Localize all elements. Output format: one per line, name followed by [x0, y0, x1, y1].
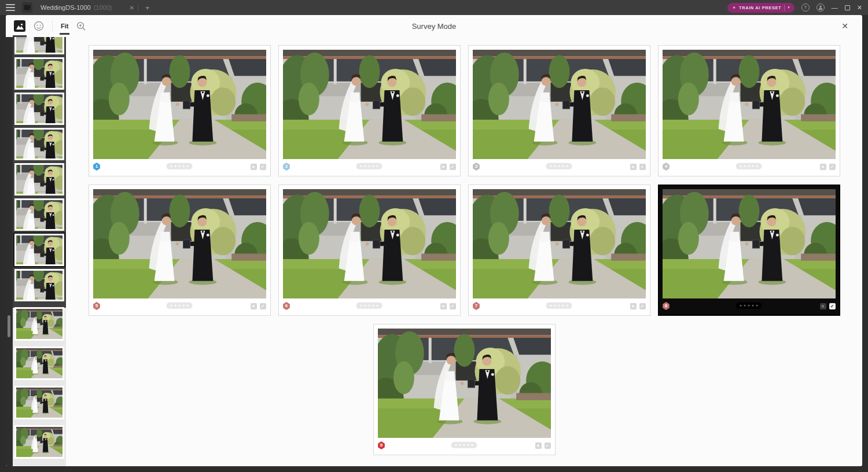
rating-dot[interactable] [740, 165, 742, 167]
rating-dot[interactable] [373, 305, 374, 307]
photo-card[interactable]: 9 ✕ ✓ [373, 324, 556, 455]
rating-dot[interactable] [179, 165, 181, 167]
photo-card[interactable]: 3 ✕ ✓ [468, 45, 650, 176]
rating-dots[interactable] [167, 303, 193, 309]
window-close-button[interactable]: ✕ [857, 0, 862, 15]
rating-dot[interactable] [550, 165, 552, 167]
filmstrip-thumbnail[interactable] [14, 386, 64, 419]
wedding-photo[interactable] [93, 50, 266, 159]
rating-dot[interactable] [558, 165, 560, 167]
filmstrip-thumbnail[interactable] [14, 163, 64, 196]
approve-icon[interactable]: ✓ [450, 164, 456, 170]
reject-icon[interactable]: ✕ [440, 164, 447, 170]
wedding-photo[interactable] [283, 189, 456, 298]
minimize-button[interactable]: — [832, 0, 838, 15]
photo-card[interactable]: 6 ✕ ✓ [278, 185, 461, 316]
approve-icon[interactable]: ✓ [639, 303, 646, 309]
rating-dot[interactable] [459, 444, 461, 446]
rating-dot[interactable] [361, 305, 362, 307]
filmstrip-thumbnail[interactable] [14, 198, 64, 231]
reject-icon[interactable]: ✕ [820, 303, 826, 309]
rating-dot[interactable] [183, 305, 185, 307]
photo-card[interactable]: 4 ✕ ✓ [658, 45, 840, 176]
rating-dots[interactable] [546, 303, 572, 309]
rating-dot[interactable] [377, 305, 378, 307]
reject-icon[interactable]: ✕ [535, 443, 542, 449]
approve-icon[interactable]: ✓ [829, 164, 836, 170]
rating-dots[interactable] [356, 303, 382, 309]
image-view-button[interactable] [14, 20, 25, 32]
reject-icon[interactable]: ✕ [251, 303, 257, 309]
rating-dots[interactable] [167, 163, 193, 169]
filmstrip-thumbnail[interactable] [14, 425, 64, 459]
approve-icon[interactable]: ✓ [450, 303, 456, 309]
filmstrip-scrollbar-thumb[interactable] [8, 315, 10, 337]
filmstrip-thumbnail[interactable] [14, 346, 64, 380]
rating-dot[interactable] [748, 165, 750, 167]
filmstrip-thumbnail[interactable] [14, 307, 64, 341]
wedding-photo[interactable] [473, 50, 646, 159]
rating-dot[interactable] [558, 305, 560, 307]
filmstrip-thumbnail[interactable] [14, 57, 64, 90]
photo-card[interactable]: 5 ✕ ✓ [89, 185, 271, 316]
fit-zoom-button[interactable]: Fit [61, 23, 68, 30]
rating-dot[interactable] [455, 444, 457, 446]
rating-dot[interactable] [369, 305, 370, 307]
wedding-photo[interactable] [378, 329, 551, 438]
rating-dots[interactable] [546, 163, 572, 169]
rating-dot[interactable] [554, 165, 556, 167]
account-icon[interactable] [816, 3, 825, 12]
reject-icon[interactable]: ✕ [440, 303, 447, 309]
rating-dots[interactable] [356, 163, 382, 169]
rating-dot[interactable] [752, 305, 754, 307]
maximize-button[interactable] [845, 5, 850, 10]
filmstrip-thumbnail[interactable] [14, 234, 64, 266]
wedding-photo[interactable] [663, 189, 836, 298]
rating-dot[interactable] [468, 444, 469, 446]
rating-dot[interactable] [567, 305, 568, 307]
rating-dot[interactable] [567, 165, 568, 167]
reject-icon[interactable]: ✕ [630, 303, 637, 309]
filmstrip-thumbnail[interactable] [14, 37, 64, 54]
rating-dot[interactable] [554, 305, 556, 307]
rating-dot[interactable] [744, 305, 746, 307]
reject-icon[interactable]: ✕ [820, 164, 826, 170]
rating-dot[interactable] [756, 165, 758, 167]
rating-dot[interactable] [361, 165, 362, 167]
train-ai-preset-button[interactable]: ✦ TRAIN AI PRESET ▾ [727, 3, 795, 13]
new-tab-button[interactable]: + [145, 3, 150, 12]
rating-dot[interactable] [365, 305, 366, 307]
hamburger-menu-icon[interactable] [6, 4, 15, 11]
rating-dot[interactable] [464, 444, 465, 446]
filmstrip-thumbnail[interactable] [14, 128, 64, 160]
approve-icon[interactable]: ✓ [545, 443, 551, 449]
photo-card[interactable]: 2 ✕ ✓ [278, 45, 461, 176]
rating-dot[interactable] [752, 165, 754, 167]
wedding-photo[interactable] [663, 50, 836, 159]
rating-dots[interactable] [736, 163, 762, 169]
rating-dot[interactable] [365, 165, 366, 167]
rating-dot[interactable] [472, 444, 473, 446]
reject-icon[interactable]: ✕ [630, 164, 637, 170]
rating-dot[interactable] [562, 305, 564, 307]
filmstrip-thumbnail[interactable] [14, 269, 64, 301]
approve-icon[interactable]: ✓ [260, 164, 266, 170]
photo-card[interactable]: 1 ✕ ✓ [89, 45, 271, 176]
rating-dot[interactable] [744, 165, 746, 167]
rating-dot[interactable] [171, 165, 172, 167]
photo-card[interactable]: 7 ✕ ✓ [468, 185, 650, 316]
wedding-photo[interactable] [283, 50, 456, 159]
rating-dot[interactable] [369, 165, 370, 167]
tab-close-icon[interactable]: ✕ [126, 5, 138, 11]
approve-icon[interactable]: ✓ [639, 164, 646, 170]
rating-dot[interactable] [175, 165, 176, 167]
rating-dot[interactable] [187, 305, 189, 307]
rating-dot[interactable] [377, 165, 378, 167]
chevron-down-icon[interactable]: ▾ [788, 5, 790, 10]
zoom-in-button[interactable] [76, 21, 86, 31]
rating-dot[interactable] [756, 305, 758, 307]
rating-dot[interactable] [187, 165, 189, 167]
rating-dot[interactable] [171, 305, 172, 307]
rating-dot[interactable] [562, 165, 564, 167]
photo-card[interactable]: 8 ✕ ✓ [658, 185, 840, 316]
